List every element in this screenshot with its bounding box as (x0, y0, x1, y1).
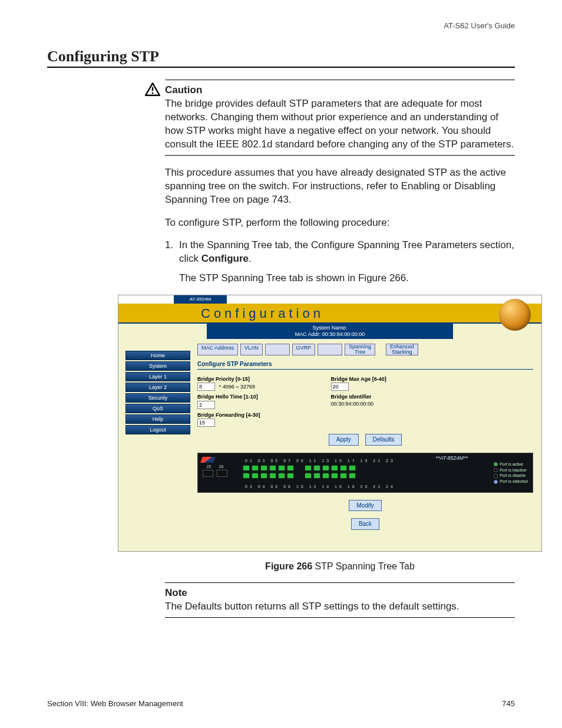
nav-layer1[interactable]: Layer 1 (125, 372, 190, 381)
port[interactable] (287, 473, 294, 479)
legend-dot-selected-icon (494, 480, 498, 484)
tab-mac-address[interactable]: MAC Address (197, 344, 238, 355)
intro-para-1: This procedure assumes that you have alr… (165, 166, 515, 207)
modify-button[interactable]: Modify (349, 500, 381, 512)
figure-caption: Figure 266 STP Spanning Tree Tab (165, 560, 515, 573)
port[interactable] (243, 465, 250, 471)
shot-banner: Configuration (118, 304, 541, 324)
figure-caption-text: STP Spanning Tree Tab (312, 561, 415, 571)
nav-help[interactable]: Help (125, 414, 190, 424)
legend-dot-inactive-icon (494, 468, 498, 472)
legend-dot-disable-icon (494, 474, 498, 478)
port[interactable] (313, 473, 320, 479)
port[interactable] (340, 473, 347, 479)
port[interactable] (313, 465, 320, 471)
note-body: The Defaults button returns all STP sett… (165, 601, 459, 612)
sysname-label: System Name: (207, 325, 453, 331)
port[interactable] (269, 473, 276, 479)
port-legend: Port is active Port is inactive Port is … (494, 462, 528, 485)
port[interactable] (260, 473, 267, 479)
banner-title: Configuration (201, 305, 324, 322)
caution-callout: Caution The bridge provides default STP … (165, 80, 515, 156)
bridge-hello-input[interactable] (197, 401, 215, 409)
port[interactable] (252, 465, 259, 471)
port[interactable] (331, 473, 338, 479)
page-title: Configuring STP (47, 48, 515, 65)
tab-row: MAC Address VLAN GVRP SpanningTree Enhan… (197, 344, 533, 355)
tab-gvrp[interactable]: GVRP (292, 344, 316, 355)
step-1-num: 1. (165, 239, 173, 252)
back-button[interactable]: Back (351, 518, 379, 530)
port[interactable] (260, 465, 267, 471)
port[interactable] (322, 473, 329, 479)
footer-pagenum: 745 (502, 699, 515, 708)
port[interactable] (331, 465, 338, 471)
port-nums-top: 01 03 05 07 09 11 13 15 17 19 21 23 (245, 458, 395, 463)
bridge-id-label: Bridge Identifier (331, 393, 386, 400)
bridge-forwarding-input[interactable] (197, 419, 215, 427)
port[interactable] (349, 473, 356, 479)
system-info-bar: System Name: MAC Addr: 00:30:84:00:00:00 (207, 324, 453, 339)
svg-point-1 (152, 93, 154, 94)
port[interactable] (349, 465, 356, 471)
legend-dot-active-icon (494, 462, 498, 466)
tab-vlan[interactable]: VLAN (240, 344, 263, 355)
nav-layer2[interactable]: Layer 2 (125, 383, 190, 392)
port[interactable] (278, 465, 285, 471)
mac-label: MAC Addr: 00:30:84:00:00:00 (207, 331, 453, 337)
tab-st-l2: Tree (355, 349, 365, 355)
bridge-maxage-input[interactable] (331, 383, 349, 391)
tab-enhanced-stacking[interactable]: EnhancedStacking (386, 344, 418, 355)
port[interactable] (278, 473, 285, 479)
port[interactable] (305, 473, 312, 479)
bridge-id-value: 00:30:84:00:00:00 (331, 400, 386, 407)
nav-qos[interactable]: QoS (125, 404, 190, 413)
apply-button[interactable]: Apply (329, 434, 359, 446)
sfp-slots: 2526 (203, 470, 227, 477)
bridge-forwarding-label: Bridge Forwarding [4-30] (197, 411, 260, 419)
port[interactable] (340, 465, 347, 471)
port[interactable] (252, 473, 259, 479)
step-1: 1. In the Spanning Tree tab, the Configu… (165, 239, 515, 266)
bridge-maxage-label: Bridge Max Age [6-40] (331, 375, 386, 383)
sfp-slot-25[interactable] (203, 470, 213, 477)
caution-body: The bridge provides default STP paramete… (165, 98, 514, 150)
nav-logout[interactable]: Logout (125, 425, 190, 434)
port[interactable] (287, 465, 294, 471)
sfp-slot-26[interactable] (217, 470, 227, 477)
intro-para-2: To configure STP, perform the following … (165, 216, 515, 230)
switch-model: **AT-8524M** (435, 454, 468, 462)
shot-topstrip: AT-8524M (118, 295, 541, 304)
nav-home[interactable]: Home (125, 351, 190, 360)
tab-blank[interactable] (265, 344, 290, 355)
tab-spanning-tree[interactable]: SpanningTree (345, 344, 375, 355)
port[interactable] (322, 465, 329, 471)
nav-security[interactable]: Security (125, 393, 190, 403)
step-1-result: The STP Spanning Tree tab is shown in Fi… (165, 272, 515, 285)
globe-icon (499, 299, 531, 331)
bridge-priority-label: Bridge Priority [0-15] (197, 375, 260, 383)
bridge-priority-input[interactable] (197, 383, 215, 391)
doc-header: AT-S62 User's Guide (47, 21, 515, 30)
tab-blank2[interactable] (318, 344, 342, 355)
legend-disable: Port is disable (500, 473, 525, 477)
sfp-25: 25 (207, 464, 211, 469)
bridge-priority-mult: * 4096 = 32768 (219, 383, 255, 390)
nav-sidebar: Home System Layer 1 Layer 2 Security QoS… (118, 339, 197, 551)
step-1-text-c: . (249, 253, 252, 264)
port[interactable] (269, 465, 276, 471)
step-1-text-b: Configure (201, 253, 249, 264)
legend-active: Port is active (500, 462, 523, 466)
tab-es-l2: Stacking (392, 349, 412, 355)
title-rule (47, 67, 515, 68)
port[interactable] (243, 473, 250, 479)
port[interactable] (305, 465, 312, 471)
footer-section: Section VIII: Web Browser Management (47, 699, 183, 708)
page-footer: Section VIII: Web Browser Management 745 (47, 699, 515, 708)
caution-icon (145, 83, 160, 97)
defaults-button[interactable]: Defaults (365, 434, 402, 446)
section-title: Configure STP Parameters (197, 360, 533, 370)
vendor-logo-icon (200, 457, 216, 463)
note-label: Note (165, 587, 187, 598)
nav-system[interactable]: System (125, 361, 190, 371)
